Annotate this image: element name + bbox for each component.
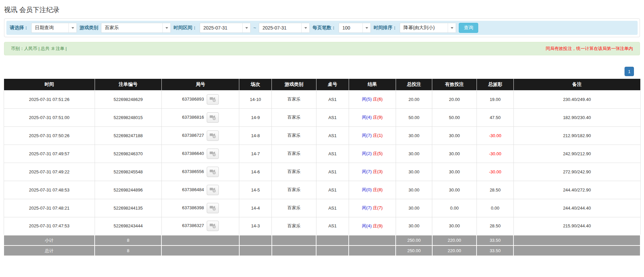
cell-table-no: AS1	[316, 126, 349, 145]
video-replay-icon	[209, 96, 216, 103]
date-range-label: 时间区间：	[174, 25, 197, 31]
round-id-value: 637386484	[182, 187, 204, 192]
cell-valid-bet: 20.00	[432, 90, 477, 108]
chevron-down-icon[interactable]	[68, 23, 77, 33]
cell-game-type: 百家乐	[272, 199, 316, 217]
cell-session: 14-9	[239, 108, 272, 126]
cell-session: 14-10	[239, 90, 272, 108]
cell-payout: 19.00	[477, 90, 513, 108]
cell-payout: 0.00	[477, 199, 513, 217]
cell-total-bet-link[interactable]: 30.00	[396, 199, 432, 217]
cell-remark: 182.90/230.40	[513, 108, 640, 126]
result-banker: 庄(5)	[373, 151, 383, 156]
cell-total-bet-link[interactable]: 30.00	[396, 163, 432, 181]
date-from-picker[interactable]: 2025-07-31	[200, 23, 251, 33]
cell-payout: 28.50	[477, 181, 513, 199]
video-replay-icon	[209, 132, 216, 140]
cell-valid-bet: 30.00	[432, 217, 477, 235]
header-table-no: 桌号	[316, 79, 349, 90]
cell-payout: -30.00	[477, 145, 513, 163]
cell-result: 闲(4) 庄(9)	[349, 108, 396, 126]
cell-time: 2025-07-31 07:49:22	[4, 163, 95, 181]
result-banker: 庄(6)	[373, 97, 383, 102]
video-replay-button[interactable]	[207, 94, 219, 105]
video-replay-button[interactable]	[207, 130, 219, 141]
page-size-label: 每页笔数：	[312, 25, 336, 31]
video-replay-button[interactable]	[207, 167, 219, 177]
search-button[interactable]: 查询	[459, 23, 478, 33]
cell-total-bet-link[interactable]: 20.00	[396, 90, 432, 108]
cell-result: 闲(4) 庄(9)	[349, 217, 396, 235]
cell-total-bet-link[interactable]: 50.00	[396, 108, 432, 126]
cell-result: 闲(2) 庄(5)	[349, 145, 396, 163]
subtotal-label: 小计	[4, 235, 95, 245]
cell-remark: 230.40/249.40	[513, 90, 640, 108]
cell-session: 14-6	[239, 163, 272, 181]
subtotal-valid-bet: 220.00	[432, 235, 477, 245]
cell-bet-id: 522698247188	[95, 126, 161, 145]
subtotal-row: 小计 8 250.00 220.00 33.50	[4, 235, 640, 245]
date-to-picker[interactable]: 2025-07-31	[259, 23, 310, 33]
date-to-value: 2025-07-31	[259, 25, 301, 31]
cell-bet-id: 522698248629	[95, 90, 161, 108]
page-size-select[interactable]: 100	[339, 23, 371, 33]
video-replay-button[interactable]	[207, 185, 219, 195]
video-replay-icon	[209, 114, 216, 121]
query-type-label: 请选择：	[10, 25, 29, 31]
game-type-value: 百家乐	[101, 25, 162, 31]
cell-table-no: AS1	[316, 199, 349, 217]
game-type-label: 游戏类别	[80, 25, 98, 31]
cell-total-bet-link[interactable]: 30.00	[396, 145, 432, 163]
cell-bet-id: 522698246370	[95, 145, 161, 163]
cell-table-no: AS1	[316, 163, 349, 181]
cell-total-bet-link[interactable]: 30.00	[396, 181, 432, 199]
video-replay-icon	[209, 186, 216, 194]
cell-game-type: 百家乐	[272, 90, 316, 108]
query-type-select[interactable]: 日期查询	[31, 23, 77, 33]
cell-remark: 212.90/182.90	[513, 126, 640, 145]
header-result: 结果	[349, 79, 396, 90]
header-bet-id: 注单编号	[95, 79, 161, 90]
cell-bet-id: 522698248015	[95, 108, 161, 126]
result-player: 闲(2)	[362, 151, 372, 156]
cell-round-id: 637386727	[161, 126, 239, 145]
cell-round-id: 637386327	[161, 217, 239, 235]
cell-game-type: 百家乐	[272, 126, 316, 145]
video-replay-button[interactable]	[207, 221, 219, 231]
cell-total-bet-link[interactable]: 30.00	[396, 217, 432, 235]
summary-note: 同局有效投注，统一计算在该局第一张注单内	[546, 46, 633, 52]
result-player: 闲(4)	[362, 223, 372, 228]
chevron-down-icon[interactable]	[362, 23, 370, 33]
subtotal-payout: 33.50	[477, 235, 513, 245]
summary-bar: 币别：人民币 | 总共 :8 注单 | 同局有效投注，统一计算在该局第一张注单内	[4, 42, 640, 55]
cell-result: 闲(7) 庄(3)	[349, 163, 396, 181]
page-1-button[interactable]: 1	[625, 67, 634, 76]
cell-game-type: 百家乐	[272, 163, 316, 181]
cell-payout: -30.00	[477, 126, 513, 145]
time-sort-select[interactable]: 降幂(由大到小)	[400, 23, 456, 33]
result-player: 闲(5)	[362, 97, 372, 102]
cell-table-no: AS1	[316, 181, 349, 199]
chevron-down-icon[interactable]	[242, 23, 250, 33]
cell-session: 14-7	[239, 145, 272, 163]
video-replay-button[interactable]	[207, 112, 219, 123]
grand-total-payout: 33.50	[477, 245, 513, 256]
header-remark: 备注	[513, 79, 640, 90]
cell-total-bet-link[interactable]: 30.00	[396, 126, 432, 145]
chevron-down-icon[interactable]	[162, 23, 170, 33]
video-replay-icon	[209, 168, 216, 176]
result-banker: 庄(3)	[373, 169, 383, 174]
cell-valid-bet: 0.00	[432, 199, 477, 217]
grand-total-valid-bet: 220.00	[432, 245, 477, 256]
cell-time: 2025-07-31 07:49:57	[4, 145, 95, 163]
chevron-down-icon[interactable]	[301, 23, 309, 33]
header-session: 场次	[239, 79, 272, 90]
date-range-separator: ~	[253, 25, 256, 31]
table-row: 2025-07-31 07:47:53 522698243444 6373863…	[4, 217, 640, 235]
video-replay-button[interactable]	[207, 203, 219, 213]
chevron-down-icon[interactable]	[448, 23, 456, 33]
cell-round-id: 637386484	[161, 181, 239, 199]
grand-total-total-bet: 250.00	[396, 245, 432, 256]
game-type-select[interactable]: 百家乐	[101, 23, 171, 33]
video-replay-button[interactable]	[207, 149, 219, 159]
